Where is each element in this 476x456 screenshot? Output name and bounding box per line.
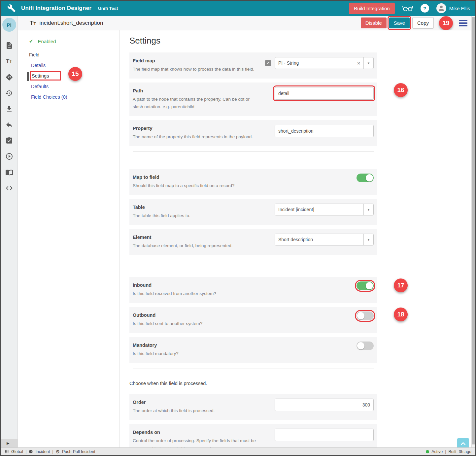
build-integration-button[interactable]: Build Integration: [349, 3, 394, 14]
row-property: Property The name of the property this f…: [129, 120, 377, 146]
tasks-icon[interactable]: [5, 137, 13, 145]
icon-rail: PI TT ▶: [1, 16, 18, 447]
process-note: Choose when this field is processed.: [129, 381, 377, 386]
record-header: TT incident.short_description Disable Sa…: [18, 16, 475, 30]
disable-button[interactable]: Disable: [361, 17, 387, 28]
row-element: Element The database element, or field, …: [129, 229, 377, 255]
row-path: Path A path to the node that contains th…: [129, 82, 377, 116]
record-title: incident.short_description: [40, 20, 103, 26]
outbound-label: Outbound: [133, 312, 374, 318]
nav-group-field: Field: [29, 52, 119, 57]
history-icon[interactable]: [5, 89, 13, 97]
element-select[interactable]: Short description ▾: [275, 234, 374, 245]
open-reference-icon[interactable]: [265, 60, 271, 66]
row-map-to-field: Map to field Should this field map to a …: [129, 169, 377, 195]
clear-icon[interactable]: ×: [354, 60, 363, 66]
depends-on-input[interactable]: [275, 429, 374, 441]
depends-on-description: Control the order of processing. Specify…: [133, 437, 258, 447]
status-bar: Global | Incident | ⚙ Push-Pull Incident…: [1, 447, 475, 455]
menu-icon[interactable]: [459, 20, 467, 26]
copy-button[interactable]: Copy: [412, 17, 434, 29]
sidebar-item-defaults[interactable]: Defaults: [31, 84, 119, 89]
outbound-toggle[interactable]: [357, 311, 374, 320]
incident-table-icon: [29, 449, 33, 454]
unifi-integration-designer-window: Unifi Integration Designer Unifi Test Bu…: [0, 0, 476, 456]
code-icon[interactable]: [5, 184, 13, 192]
directions-icon[interactable]: [5, 73, 13, 81]
active-indicator: [27, 72, 29, 81]
step-badge-15: 15: [68, 67, 82, 81]
top-app-bar: Unifi Integration Designer Unifi Test Bu…: [1, 1, 475, 16]
property-description: The name of the property this field repr…: [133, 133, 258, 141]
step-badge-19: 19: [439, 16, 453, 30]
section-divider: [133, 369, 374, 369]
user-menu[interactable]: Mike Ellis: [436, 3, 470, 13]
inbound-toggle[interactable]: [357, 281, 374, 290]
chevron-down-icon[interactable]: ▾: [363, 234, 373, 245]
spectacles-icon[interactable]: [402, 5, 413, 12]
check-icon: ✔: [29, 38, 33, 44]
row-depends-on: Depends on Control the order of processi…: [129, 424, 377, 447]
map-to-field-description: Should this field map to a specific fiel…: [133, 182, 258, 189]
section-divider: [133, 151, 374, 152]
chevron-down-icon[interactable]: ▾: [363, 57, 373, 69]
table-select[interactable]: Incident [incident] ▾: [275, 204, 374, 215]
integration-label[interactable]: Push-Pull Incident: [62, 449, 95, 454]
table-description: The table this field applies to.: [133, 212, 258, 219]
reply-icon[interactable]: [5, 121, 13, 129]
mandatory-label: Mandatory: [133, 342, 374, 348]
field-map-select[interactable]: PI - String × ▾: [275, 57, 374, 69]
field-map-value: PI - String: [275, 60, 354, 66]
scrollbar-thumb[interactable]: [472, 17, 475, 444]
table-value: Incident [incident]: [275, 207, 363, 212]
mandatory-toggle[interactable]: [357, 342, 374, 350]
app-title: Unifi Integration Designer: [21, 5, 91, 12]
save-button[interactable]: Save: [389, 17, 410, 28]
docs-icon[interactable]: [5, 168, 13, 176]
order-description: The order at which this field is process…: [133, 407, 258, 414]
property-input[interactable]: [275, 125, 374, 137]
integration-avatar[interactable]: PI: [2, 18, 16, 32]
settings-panel: Settings Field map The field map that kn…: [120, 30, 471, 447]
table-label[interactable]: Incident: [35, 449, 50, 454]
grid-icon: [5, 449, 9, 454]
built-timestamp: Built: 3h ago: [449, 449, 472, 454]
chevron-down-icon[interactable]: ▾: [363, 204, 373, 215]
inbound-description: Is this field received from another syst…: [133, 290, 258, 297]
user-name: Mike Ellis: [449, 6, 470, 11]
download-icon[interactable]: [5, 105, 13, 113]
field-map-description: The field map that knows how to process …: [133, 65, 258, 73]
page-title: Settings: [129, 36, 471, 46]
order-input[interactable]: [275, 399, 374, 411]
scope-label[interactable]: Global: [11, 449, 23, 454]
gear-icon: ⚙: [55, 449, 60, 454]
active-status-label: Active: [431, 449, 443, 454]
vertical-scrollbar[interactable]: [471, 16, 475, 447]
sidebar-item-field-choices[interactable]: Field Choices (0): [31, 94, 119, 100]
active-status-dot: [426, 450, 429, 453]
row-mandatory: Mandatory Is this field mandatory?: [129, 337, 377, 363]
environment-name: Unifi Test: [98, 6, 118, 11]
row-inbound: Inbound Is this field received from anot…: [129, 277, 377, 303]
expand-rail-button[interactable]: ▶: [1, 439, 18, 447]
text-fields-icon[interactable]: TT: [5, 57, 13, 65]
play-icon[interactable]: [5, 152, 13, 160]
row-outbound: Outbound Is this field sent to another s…: [129, 307, 377, 333]
path-input[interactable]: [275, 87, 374, 100]
field-type-icon: TT: [30, 19, 36, 27]
step-badge-17: 17: [394, 278, 408, 292]
step-badge-18: 18: [394, 308, 408, 321]
row-table: Table The table this field applies to. I…: [129, 199, 377, 225]
inbound-label: Inbound: [133, 282, 374, 288]
path-description: A path to the node that contains the pro…: [133, 95, 258, 111]
map-to-field-label: Map to field: [133, 174, 374, 180]
element-description: The database element, or field, being re…: [133, 242, 258, 249]
enabled-status: ✔ Enabled: [29, 38, 119, 44]
field-nav-panel: ✔ Enabled Field Details Settings Default…: [18, 30, 119, 447]
map-to-field-toggle[interactable]: [357, 174, 374, 182]
outbound-description: Is this field sent to another system?: [133, 320, 258, 327]
document-icon[interactable]: [5, 42, 13, 49]
expand-arrow-icon: ▶: [7, 441, 9, 445]
mandatory-description: Is this field mandatory?: [133, 350, 258, 357]
help-icon[interactable]: ?: [421, 4, 429, 13]
